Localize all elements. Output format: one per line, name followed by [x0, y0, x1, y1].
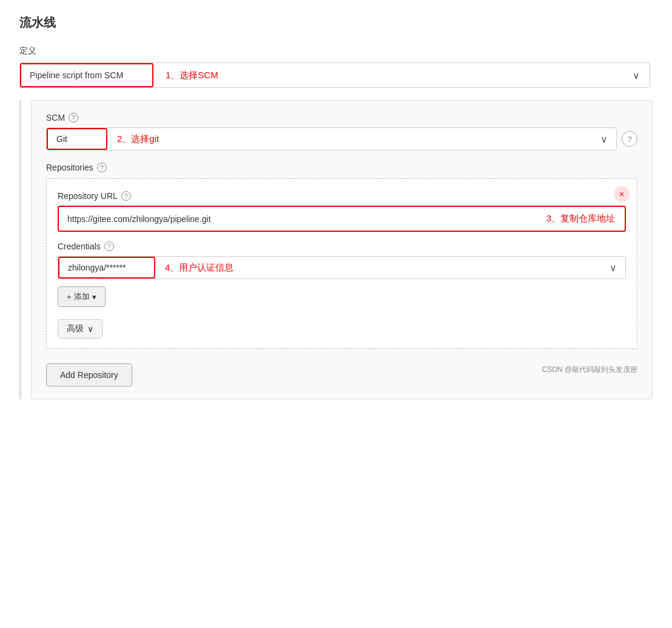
close-icon: × [619, 189, 624, 199]
scm-chevron-icon: ∨ [592, 129, 616, 150]
repo-url-value: https://gitee.com/zhilongya/pipeline.git [59, 208, 537, 230]
advanced-row: 高级 ∨ [58, 319, 626, 339]
add-btn-icon: + [67, 292, 72, 302]
advanced-label: 高级 [67, 323, 84, 334]
scm-field-label: SCM ? [46, 113, 637, 123]
repo-url-input[interactable]: https://gitee.com/zhilongya/pipeline.git… [58, 206, 626, 232]
repositories-help-icon[interactable]: ? [97, 163, 107, 172]
definition-value: Pipeline script from SCM [20, 63, 153, 87]
scm-dropdown[interactable]: Git 2、选择git ∨ [46, 127, 617, 150]
advanced-chevron-icon: ∨ [87, 324, 93, 334]
definition-dropdown[interactable]: Pipeline script from SCM 1、选择SCM ∨ [19, 62, 650, 88]
credentials-help-icon[interactable]: ? [104, 241, 114, 251]
definition-annotation: 1、选择SCM [153, 64, 623, 87]
credentials-chevron-icon: ∨ [601, 257, 625, 279]
credentials-label-text: Credentials [58, 241, 101, 251]
repo-url-annotation: 3、复制仓库地址 [537, 207, 625, 231]
repositories-section: Repositories ? × Repository URL ? https:… [46, 163, 637, 387]
credentials-annotation: 4、用户认证信息 [155, 257, 601, 279]
repositories-label-row: Repositories ? [46, 163, 637, 172]
definition-chevron-icon: ∨ [623, 64, 650, 87]
scm-dropdown-value: Git [47, 128, 107, 150]
add-repository-button[interactable]: Add Repository [46, 363, 132, 387]
add-credentials-button[interactable]: + 添加 ▾ [58, 286, 106, 307]
credentials-label-row: Credentials ? [58, 241, 626, 251]
page-title: 流水线 [19, 15, 653, 31]
footer-row: Add Repository CSDN @敲代码敲到头发茂密 [46, 353, 637, 387]
repo-url-label-row: Repository URL ? [58, 191, 626, 201]
repo-url-label-text: Repository URL [58, 191, 118, 201]
credentials-value: zhilongya/****** [58, 257, 155, 279]
add-btn-label: 添加 [74, 291, 90, 302]
footer-credit: CSDN @敲代码敲到头发茂密 [542, 365, 637, 375]
scm-section: SCM ? Git 2、选择git ∨ ? Repositories ? × [31, 100, 653, 399]
close-repository-button[interactable]: × [614, 186, 630, 202]
scm-annotation: 2、选择git [107, 129, 592, 150]
credentials-dropdown[interactable]: zhilongya/****** 4、用户认证信息 ∨ [58, 256, 626, 279]
add-btn-chevron-icon: ▾ [92, 292, 96, 302]
scm-help-icon[interactable]: ? [69, 113, 78, 123]
definition-label: 定义 [19, 46, 653, 56]
scm-label-text: SCM [46, 113, 65, 123]
repo-url-help-icon[interactable]: ? [121, 191, 131, 201]
repositories-label-text: Repositories [46, 163, 93, 172]
scm-extra-help-button[interactable]: ? [622, 131, 637, 147]
advanced-button[interactable]: 高级 ∨ [58, 319, 102, 339]
repository-box: × Repository URL ? https://gitee.com/zhi… [46, 178, 637, 349]
